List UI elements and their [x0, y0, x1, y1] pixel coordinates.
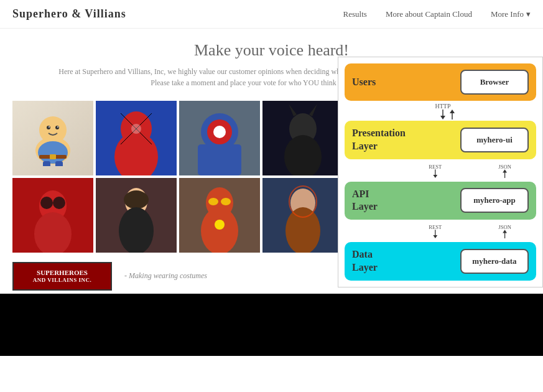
- nav-captain-cloud[interactable]: More about Captain Cloud: [386, 9, 472, 19]
- navigation: Superhero & Villians Results More about …: [0, 0, 543, 29]
- presentation-layer: PresentationLayer myhero-ui: [345, 121, 536, 159]
- data-layer: DataLayer myhero-data: [345, 242, 536, 281]
- presentation-layer-label: PresentationLayer: [352, 127, 406, 153]
- spiderman-svg: [96, 101, 177, 175]
- svg-point-5: [57, 126, 58, 128]
- grid-cell-5[interactable]: [96, 178, 177, 253]
- svg-text:REST: REST: [429, 224, 442, 230]
- starlord-svg: [262, 178, 343, 253]
- black-widow-svg: [96, 178, 177, 253]
- svg-rect-9: [43, 161, 50, 166]
- main-content: Make your voice heard! Here at Superhero…: [0, 29, 543, 356]
- grid-cell-7[interactable]: [262, 178, 343, 253]
- nav-more-info-label: More Info: [491, 9, 524, 19]
- cartoon-character-svg: [28, 110, 78, 166]
- svg-point-1: [39, 116, 67, 144]
- svg-rect-8: [50, 154, 56, 159]
- svg-point-39: [215, 220, 225, 230]
- svg-marker-53: [433, 174, 437, 177]
- svg-marker-50: [450, 110, 455, 113]
- brand-name: Superhero & Villians: [12, 7, 343, 21]
- svg-text:HTTP: HTTP: [435, 103, 451, 110]
- svg-point-41: [221, 198, 231, 205]
- data-layer-label: DataLayer: [352, 248, 378, 274]
- iron-man-svg: [179, 178, 260, 253]
- svg-rect-10: [55, 161, 63, 166]
- svg-point-38: [201, 207, 238, 253]
- svg-point-34: [124, 190, 149, 209]
- tagline: - Making wearing costumes: [124, 271, 207, 281]
- logo-banner: SUPERHEROES AND VILLAINS INC.: [12, 262, 112, 291]
- data-layer-box: myhero-data: [460, 249, 529, 274]
- svg-point-6: [38, 141, 68, 164]
- svg-marker-48: [440, 116, 445, 119]
- svg-point-4: [49, 126, 50, 128]
- grid-cell-4[interactable]: [12, 178, 93, 253]
- svg-point-35: [119, 207, 154, 253]
- rest-json-connector-2-svg: REST JSON: [419, 220, 526, 242]
- svg-point-2: [47, 126, 50, 129]
- chevron-down-icon: ▾: [526, 9, 531, 19]
- presentation-layer-box: myhero-ui: [460, 128, 529, 152]
- users-layer-label: Users: [352, 76, 376, 89]
- grid-cell-1[interactable]: [96, 101, 177, 175]
- captain-america-svg: [179, 101, 260, 175]
- grid-cell-6[interactable]: [179, 178, 260, 253]
- svg-text:REST: REST: [429, 163, 442, 169]
- rest-json-connector-1-svg: REST JSON: [419, 159, 526, 182]
- svg-point-44: [285, 207, 320, 253]
- users-layer: Users Browser: [345, 63, 536, 101]
- nav-links: Results More about Captain Cloud More In…: [343, 9, 531, 19]
- svg-text:JSON: JSON: [498, 224, 511, 230]
- grid-cell-3[interactable]: [262, 101, 343, 175]
- api-layer: APILayer myhero-app: [345, 182, 536, 220]
- http-connector-svg: HTTP: [393, 101, 493, 121]
- deadpool-svg: [12, 178, 93, 253]
- svg-point-20: [213, 126, 226, 138]
- character-grid: [0, 95, 356, 259]
- svg-text:JSON: JSON: [498, 163, 511, 169]
- svg-point-3: [55, 126, 59, 129]
- footer: [0, 294, 543, 356]
- svg-point-40: [208, 198, 218, 205]
- grid-cell-0[interactable]: [12, 101, 93, 175]
- batman-svg: [262, 101, 343, 175]
- logo-line2: AND VILLAINS INC.: [21, 277, 103, 284]
- api-layer-box: myhero-app: [460, 188, 529, 213]
- users-layer-box: Browser: [460, 70, 529, 95]
- api-layer-label: APILayer: [352, 188, 378, 214]
- nav-more-info[interactable]: More Info ▾: [491, 9, 531, 19]
- architecture-diagram: Users Browser HTTP PresentationLayer myh…: [338, 57, 543, 287]
- logo-line1: SUPERHEROES: [21, 268, 103, 277]
- nav-results[interactable]: Results: [343, 9, 367, 19]
- svg-point-16: [131, 124, 141, 134]
- svg-marker-62: [503, 230, 507, 233]
- grid-cell-2[interactable]: [179, 101, 260, 175]
- svg-marker-59: [433, 235, 437, 238]
- svg-rect-21: [198, 144, 241, 175]
- svg-marker-56: [503, 169, 507, 172]
- svg-point-29: [40, 197, 53, 209]
- svg-point-30: [53, 197, 65, 209]
